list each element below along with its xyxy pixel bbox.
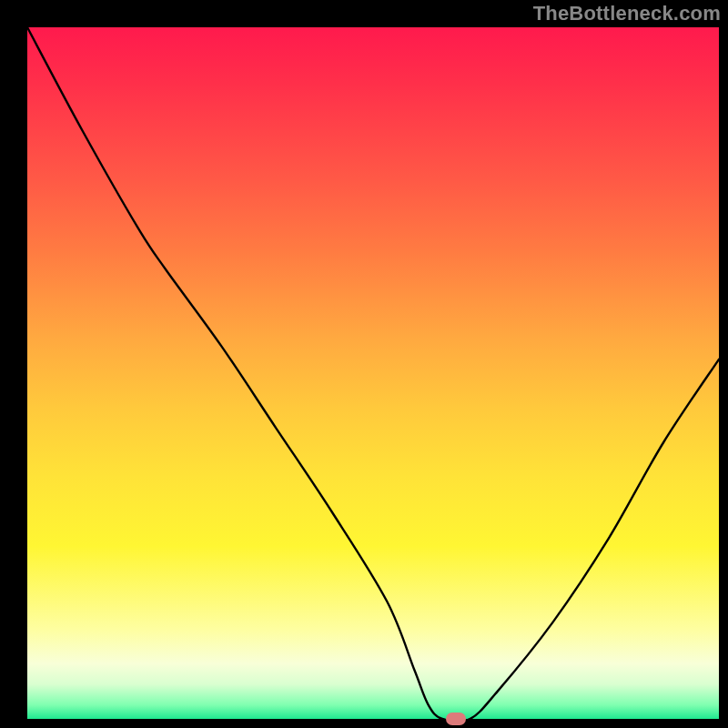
bottleneck-curve [27,27,719,719]
plot-area [27,27,719,719]
chart-container: TheBottleneck.com [0,0,728,728]
optimal-marker [446,713,466,725]
watermark-label: TheBottleneck.com [533,2,721,25]
